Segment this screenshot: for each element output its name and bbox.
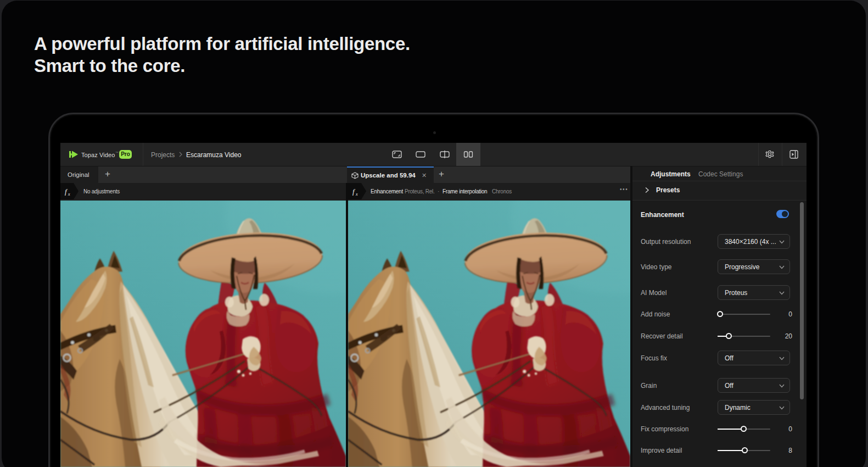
svg-text:x: x: [355, 192, 358, 197]
svg-text:x: x: [68, 192, 70, 197]
